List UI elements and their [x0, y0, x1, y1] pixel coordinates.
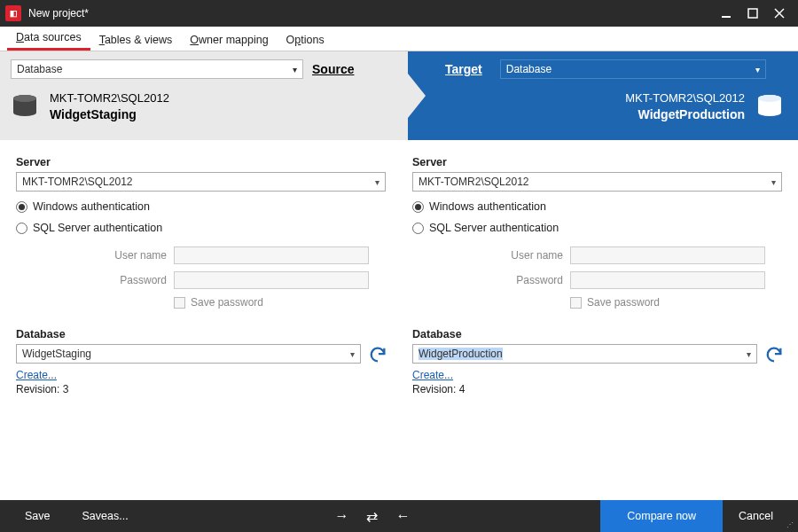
save-as-button[interactable]: Save as... [66, 500, 145, 532]
arrow-divider [390, 51, 426, 140]
source-auth-sql[interactable]: SQL Server authentication [16, 222, 386, 234]
password-label: Password [87, 274, 167, 286]
svg-point-7 [758, 95, 781, 102]
server-label: Server [412, 156, 782, 168]
chevron-down-icon: ▾ [771, 177, 776, 187]
chevron-down-icon: ▾ [375, 177, 379, 187]
header-target: Target Database ▾ MKT-TOMR2\SQL2012 Widg… [408, 51, 798, 140]
target-create-link[interactable]: Create... [412, 369, 453, 381]
target-revision: Revision: 4 [412, 383, 782, 395]
header-row: Database ▾ Source MKT-TOMR2\SQL2012 Widg… [0, 51, 798, 140]
database-icon [11, 94, 39, 119]
chevron-down-icon: ▾ [755, 65, 760, 74]
refresh-icon[interactable] [368, 345, 386, 363]
target-panel: Server MKT-TOMR2\SQL2012▾ Windows authen… [412, 156, 782, 495]
username-label: User name [483, 249, 563, 262]
direction-icons: → ⇄ ← [320, 508, 424, 525]
source-save-password-check[interactable]: Save password [174, 296, 369, 309]
tabbar: Data sources Tables & views Owner mappin… [0, 27, 798, 51]
arrow-right-icon[interactable]: → [334, 508, 348, 524]
tab-tables-views[interactable]: Tables & views [90, 30, 182, 51]
radio-icon [412, 223, 424, 234]
tab-data-sources[interactable]: Data sources [7, 27, 90, 51]
cancel-button[interactable]: Cancel [723, 500, 789, 532]
target-username-input[interactable] [570, 246, 765, 264]
source-revision: Revision: 3 [16, 383, 386, 395]
svg-rect-1 [748, 9, 757, 18]
source-password-input[interactable] [174, 271, 369, 289]
app-icon: ◧ [5, 5, 21, 21]
source-auth-windows[interactable]: Windows authentication [16, 200, 386, 213]
target-server-combo[interactable]: MKT-TOMR2\SQL2012▾ [412, 172, 782, 192]
target-database-name: WidgetProduction [625, 106, 745, 123]
source-label: Source [312, 62, 354, 76]
arrow-left-icon[interactable]: ← [395, 508, 410, 524]
chevron-down-icon: ▾ [350, 349, 355, 359]
target-save-password-check[interactable]: Save password [570, 296, 765, 309]
window-title: New project* [28, 7, 713, 20]
maximize-button[interactable] [739, 0, 766, 27]
swap-icon[interactable]: ⇄ [366, 508, 378, 525]
source-type-dropdown[interactable]: Database ▾ [11, 59, 303, 79]
server-label: Server [16, 156, 386, 168]
svg-point-5 [13, 95, 36, 102]
source-database-name: WidgetStaging [50, 106, 169, 123]
source-database-combo[interactable]: WidgetStaging▾ [16, 344, 361, 364]
chevron-down-icon: ▾ [293, 65, 297, 74]
minimize-button[interactable] [713, 0, 739, 27]
checkbox-icon [174, 297, 185, 309]
checkbox-icon [570, 297, 582, 309]
source-server-combo[interactable]: MKT-TOMR2\SQL2012▾ [16, 172, 386, 192]
footer: Save Save as... → ⇄ ← Compare now Cancel… [0, 500, 798, 532]
save-button[interactable]: Save [9, 500, 66, 532]
source-username-input[interactable] [174, 246, 369, 264]
target-auth-sql[interactable]: SQL Server authentication [412, 222, 782, 234]
source-server-name: MKT-TOMR2\SQL2012 [50, 90, 169, 106]
titlebar: ◧ New project* [0, 0, 798, 27]
resize-grip-icon[interactable]: ⋰ [786, 520, 794, 528]
password-label: Password [483, 274, 563, 286]
refresh-icon[interactable] [764, 345, 782, 363]
database-label: Database [412, 328, 782, 340]
header-source: Database ▾ Source MKT-TOMR2\SQL2012 Widg… [0, 51, 408, 140]
radio-icon [16, 223, 27, 234]
target-label: Target [445, 62, 482, 76]
username-label: User name [87, 249, 167, 262]
source-create-link[interactable]: Create... [16, 369, 57, 381]
target-database-combo[interactable]: WidgetProduction▾ [412, 344, 757, 364]
database-label: Database [16, 328, 386, 340]
database-icon [755, 94, 784, 119]
target-server-name: MKT-TOMR2\SQL2012 [625, 90, 745, 106]
source-panel: Server MKT-TOMR2\SQL2012▾ Windows authen… [16, 156, 386, 495]
radio-icon [16, 201, 27, 213]
radio-icon [412, 201, 424, 213]
compare-now-button[interactable]: Compare now [600, 500, 723, 532]
target-auth-windows[interactable]: Windows authentication [412, 200, 782, 213]
close-button[interactable] [766, 0, 793, 27]
tab-options[interactable]: Options [278, 30, 333, 51]
tab-owner-mapping[interactable]: Owner mapping [181, 30, 277, 51]
chevron-down-icon: ▾ [747, 349, 751, 359]
body-row: Server MKT-TOMR2\SQL2012▾ Windows authen… [0, 140, 798, 495]
target-password-input[interactable] [570, 271, 765, 289]
target-type-dropdown[interactable]: Database ▾ [500, 59, 766, 79]
